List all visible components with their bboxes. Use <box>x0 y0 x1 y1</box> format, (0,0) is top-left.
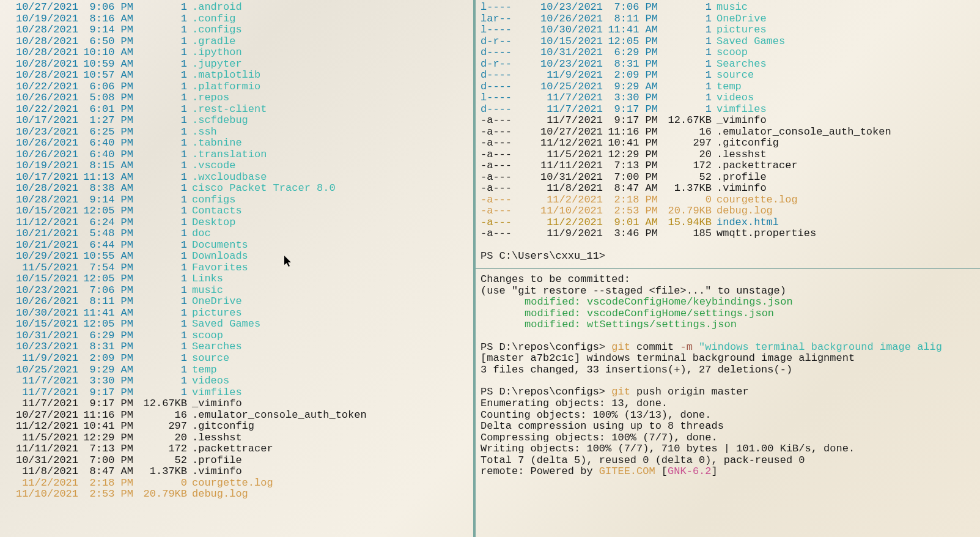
git-push-line[interactable]: PS D:\repos\configs> git push origin mas… <box>476 387 980 398</box>
col-date: 10/25/2021 <box>0 365 83 376</box>
prompt-line[interactable]: PS C:\Users\cxxu_11> <box>476 251 980 262</box>
listing-row[interactable]: 10/28/20216:50 PM1.gradle <box>0 36 473 48</box>
listing-row[interactable]: d----11/7/20219:17 PM1vimfiles <box>476 104 980 116</box>
listing-row[interactable]: -a---11/8/20218:47 AM1.37KB.viminfo <box>476 183 980 194</box>
listing-row[interactable]: 10/26/20216:40 PM1.tabnine <box>0 138 473 149</box>
col-size: 1 <box>138 296 192 308</box>
col-time: 2:18 PM <box>83 478 138 489</box>
git-commit-out2: 3 files changed, 33 insertions(+), 27 de… <box>476 365 980 376</box>
listing-row[interactable]: 10/28/20218:38 AM1cisco Packet Tracer 8.… <box>0 183 473 194</box>
listing-row[interactable]: 10/17/20211:27 PM1.scfdebug <box>0 115 473 127</box>
listing-row[interactable]: l----10/30/202111:41 AM1pictures <box>476 24 980 36</box>
col-size: 1 <box>138 172 192 183</box>
listing-row[interactable]: 10/28/202110:59 AM1.jupyter <box>0 59 473 70</box>
col-time: 1:27 PM <box>83 115 138 127</box>
listing-row[interactable]: 10/31/20216:29 PM1scoop <box>0 330 473 342</box>
col-time: 9:14 PM <box>83 194 138 206</box>
listing-row[interactable]: 10/15/202112:05 PM1Contacts <box>0 206 473 217</box>
col-size: 1 <box>138 376 192 387</box>
listing-row[interactable]: 10/21/20215:48 PM1doc <box>0 228 473 240</box>
listing-row[interactable]: lar--10/26/20218:11 PM1OneDrive <box>476 13 980 25</box>
col-size: 1 <box>138 115 192 127</box>
col-name: debug.log <box>192 489 248 500</box>
listing-row[interactable]: 11/9/20212:09 PM1source <box>0 353 473 365</box>
col-time: 7:06 PM <box>608 2 663 13</box>
listing-row[interactable]: 10/25/20219:29 AM1temp <box>0 365 473 376</box>
listing-row[interactable]: -a---11/7/20219:17 PM12.67KB_viminfo <box>476 115 980 127</box>
listing-row[interactable]: 11/12/20216:24 PM1Desktop <box>0 217 473 229</box>
col-date: 11/9/2021 <box>0 353 83 365</box>
listing-row[interactable]: d-r--10/15/202112:05 PM1Saved Games <box>476 36 980 48</box>
git-commit-line[interactable]: PS D:\repos\configs> git commit -m "wind… <box>476 342 980 354</box>
listing-row[interactable]: -a---11/2/20219:01 AM15.94KBindex.html <box>476 217 980 229</box>
col-size: 1 <box>663 36 717 48</box>
listing-row[interactable]: -a---11/10/20212:53 PM20.79KBdebug.log <box>476 206 980 217</box>
listing-row[interactable]: 11/7/20219:17 PM12.67KB_viminfo <box>0 398 473 410</box>
listing-row[interactable]: d-r--10/23/20218:31 PM1Searches <box>476 59 980 70</box>
listing-row[interactable]: 10/22/20216:01 PM1.rest-client <box>0 104 473 116</box>
listing-row[interactable]: 10/28/202110:57 AM1.matplotlib <box>0 70 473 81</box>
col-time: 6:06 PM <box>83 81 138 93</box>
listing-row[interactable]: -a---11/11/20217:13 PM172.packettracer <box>476 160 980 172</box>
left-terminal-pane[interactable]: 10/27/20219:06 PM1.android10/19/20218:16… <box>0 0 473 537</box>
listing-row[interactable]: 10/23/20218:31 PM1Searches <box>0 341 473 353</box>
listing-row[interactable]: 10/23/20216:25 PM1.ssh <box>0 127 473 138</box>
col-time: 2:18 PM <box>608 194 663 206</box>
listing-row[interactable]: 10/31/20217:00 PM52.profile <box>0 455 473 467</box>
listing-row[interactable]: 10/23/20217:06 PM1music <box>0 285 473 297</box>
listing-row[interactable]: 10/15/202112:05 PM1Saved Games <box>0 319 473 330</box>
listing-row[interactable]: -a---11/9/20213:46 PM185wmqtt.properties <box>476 228 980 240</box>
listing-row[interactable]: d----10/31/20216:29 PM1scoop <box>476 47 980 59</box>
listing-row[interactable]: 10/26/20218:11 PM1OneDrive <box>0 296 473 308</box>
col-size: 20.79KB <box>663 206 717 217</box>
listing-row[interactable]: 10/21/20216:44 PM1Documents <box>0 240 473 251</box>
col-name: pictures <box>717 24 767 36</box>
listing-row[interactable]: 11/7/20219:17 PM1vimfiles <box>0 387 473 399</box>
listing-row[interactable]: 10/22/20216:06 PM1.platformio <box>0 81 473 93</box>
git-push-out: Compressing objects: 100% (7/7), done. <box>476 432 980 444</box>
listing-row[interactable]: 10/19/20218:16 AM1.config <box>0 13 473 25</box>
listing-row[interactable]: 10/26/20216:40 PM1.translation <box>0 149 473 161</box>
listing-row[interactable]: 11/7/20213:30 PM1videos <box>0 376 473 387</box>
listing-row[interactable]: 10/27/202111:16 PM16.emulator_console_au… <box>0 410 473 421</box>
listing-row[interactable]: -a---10/31/20217:00 PM52.profile <box>476 172 980 183</box>
listing-row[interactable]: 10/19/20218:15 AM1.vscode <box>0 160 473 172</box>
col-mode: l---- <box>476 2 525 13</box>
listing-row[interactable]: 11/11/20217:13 PM172.packettracer <box>0 443 473 455</box>
right-top-pane[interactable]: l----10/23/20217:06 PM1musiclar--10/26/2… <box>476 0 980 262</box>
listing-row[interactable]: -a---11/2/20212:18 PM0courgette.log <box>476 194 980 206</box>
col-time: 12:05 PM <box>83 273 138 285</box>
listing-row[interactable]: 11/5/202112:29 PM20.lesshst <box>0 432 473 444</box>
listing-row[interactable]: 11/12/202110:41 PM297.gitconfig <box>0 421 473 432</box>
listing-row[interactable]: l----11/7/20213:30 PM1videos <box>476 92 980 104</box>
listing-row[interactable]: 10/27/20219:06 PM1.android <box>0 2 473 13</box>
listing-row[interactable]: -a---11/5/202112:29 PM20.lesshst <box>476 149 980 161</box>
col-date: 10/30/2021 <box>0 308 83 319</box>
col-time: 7:13 PM <box>608 160 663 172</box>
listing-row[interactable]: l----10/23/20217:06 PM1music <box>476 2 980 13</box>
prompt-text: PS D:\repos\configs> <box>481 386 611 398</box>
listing-row[interactable]: -a---10/27/202111:16 PM16.emulator_conso… <box>476 127 980 138</box>
listing-row[interactable]: 10/15/202112:05 PM1Links <box>0 273 473 285</box>
listing-row[interactable]: d----11/9/20212:09 PM1source <box>476 70 980 81</box>
listing-row[interactable]: 10/17/202111:13 AM1.wxcloudbase <box>0 172 473 183</box>
col-time: 6:29 PM <box>608 47 663 59</box>
listing-row[interactable]: 11/2/20212:18 PM0courgette.log <box>0 478 473 489</box>
col-size: 1.37KB <box>663 183 717 194</box>
col-date: 10/28/2021 <box>0 47 83 59</box>
listing-row[interactable]: -a---11/12/202110:41 PM297.gitconfig <box>476 138 980 149</box>
listing-row[interactable]: 10/26/20215:08 PM1.repos <box>0 92 473 104</box>
listing-row[interactable]: 10/30/202111:41 AM1pictures <box>0 308 473 319</box>
listing-row[interactable]: 11/5/20217:54 PM1Favorites <box>0 262 473 274</box>
listing-row[interactable]: d----10/25/20219:29 AM1temp <box>476 81 980 93</box>
listing-row[interactable]: 11/10/20212:53 PM20.79KBdebug.log <box>0 489 473 500</box>
listing-row[interactable]: 10/28/20219:14 PM1.configs <box>0 24 473 36</box>
right-bottom-pane[interactable]: Changes to be committed: (use "git resto… <box>476 268 980 537</box>
listing-row[interactable]: 11/8/20218:47 AM1.37KB.viminfo <box>0 466 473 478</box>
col-size: 1 <box>138 206 192 217</box>
listing-row[interactable]: 10/28/202110:10 AM1.ipython <box>0 47 473 59</box>
listing-row[interactable]: 10/29/202110:55 AM1Downloads <box>0 251 473 262</box>
col-date: 11/5/2021 <box>0 262 83 274</box>
listing-row[interactable]: 10/28/20219:14 PM1configs <box>0 194 473 206</box>
col-mode: -a--- <box>476 228 525 240</box>
